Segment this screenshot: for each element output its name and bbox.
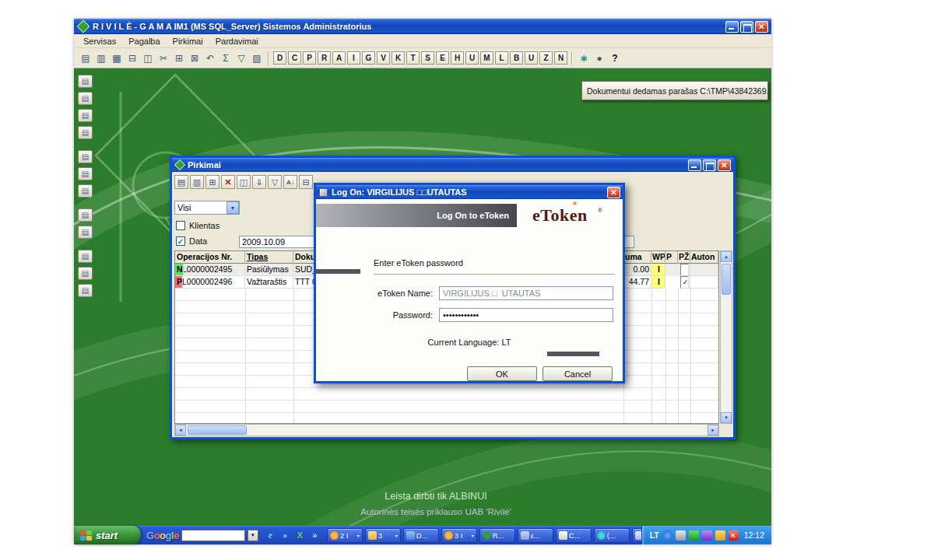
volume-icon[interactable] — [676, 530, 686, 541]
taskbar-task-group[interactable]: 3▾ — [365, 528, 401, 543]
filter-icon[interactable]: ▽ — [234, 51, 248, 65]
new-doc-icon[interactable]: ▤ — [174, 175, 188, 189]
left-toolbar-icon[interactable] — [78, 284, 93, 297]
chevron-down-icon[interactable]: ▼ — [226, 201, 239, 214]
left-toolbar-icon[interactable] — [78, 109, 93, 122]
header-pz[interactable]: PŽ — [678, 251, 690, 264]
header-tipas[interactable]: Tipas — [245, 251, 293, 264]
header-p[interactable]: P — [665, 251, 678, 264]
close-button[interactable] — [755, 21, 768, 33]
letter-button-l[interactable]: L — [495, 51, 508, 65]
copy-icon[interactable]: ◫ — [237, 175, 251, 189]
left-toolbar-icon[interactable] — [78, 92, 93, 105]
internet-explorer-icon[interactable]: e — [265, 529, 276, 541]
minimize-button[interactable] — [725, 21, 739, 33]
delete-icon[interactable]: ✕ — [221, 175, 235, 189]
print-icon[interactable]: ⊟ — [299, 175, 313, 189]
menu-pirkimai[interactable]: Pirkimai — [167, 36, 209, 47]
letter-button-g[interactable]: G — [362, 51, 375, 65]
pz-checkbox[interactable]: ✓ — [680, 276, 689, 289]
scroll-up-icon[interactable]: ▲ — [721, 251, 732, 262]
pirkimai-maximize-button[interactable] — [703, 159, 716, 171]
taskbar-task[interactable]: (... — [594, 528, 630, 543]
export-icon[interactable]: ⇓ — [252, 175, 266, 189]
taskbar-task[interactable]: C... — [556, 528, 592, 543]
open-folder-icon[interactable]: ▥ — [94, 51, 108, 65]
restore-button[interactable] — [740, 21, 753, 33]
letter-button-p[interactable]: P — [303, 51, 316, 65]
save-icon[interactable]: ▦ — [110, 51, 124, 65]
letter-button-b[interactable]: B — [510, 51, 523, 65]
letter-button-e[interactable]: E — [436, 51, 449, 65]
cancel-button[interactable]: Cancel — [542, 366, 613, 381]
sort-icon[interactable]: A↓ — [283, 175, 297, 189]
letter-button-u2[interactable]: U — [525, 51, 538, 65]
view-doc-icon[interactable]: ▥ — [190, 175, 204, 189]
letter-button-k[interactable]: K — [392, 51, 405, 65]
pirkimai-close-button[interactable] — [718, 159, 731, 171]
password-input[interactable] — [439, 308, 613, 322]
star-icon[interactable]: ∗ — [577, 51, 591, 65]
menu-pagalba[interactable]: Pagalba — [122, 36, 166, 47]
preview-icon[interactable]: ◫ — [141, 51, 155, 65]
letter-button-h[interactable]: H — [451, 51, 464, 65]
left-toolbar-icon[interactable] — [78, 250, 93, 263]
start-button[interactable]: start — [74, 526, 141, 544]
scroll-down-icon[interactable]: ▼ — [721, 412, 732, 423]
horizontal-scrollbar[interactable]: ◄ ► — [174, 424, 719, 436]
letter-button-t[interactable]: T — [406, 51, 420, 65]
scroll-left-icon[interactable]: ◄ — [175, 425, 186, 436]
filter-combobox[interactable]: Visi ▼ — [174, 201, 240, 215]
horizontal-scroll-thumb[interactable] — [188, 425, 247, 435]
header-operacijos-nr[interactable]: Operacijos Nr. — [175, 251, 245, 264]
new-doc-icon[interactable]: ▤ — [79, 51, 93, 65]
letter-button-d[interactable]: D — [273, 51, 286, 65]
taskbar-task[interactable]: D... — [403, 528, 439, 543]
letter-button-v[interactable]: V — [377, 51, 390, 65]
etoken-close-button[interactable] — [607, 187, 620, 198]
update-icon[interactable] — [702, 530, 712, 541]
left-toolbar-icon[interactable] — [78, 267, 93, 280]
taskbar-task[interactable]: u... — [632, 528, 641, 543]
menu-servisas[interactable]: Servisas — [77, 36, 122, 47]
letter-button-s[interactable]: S — [421, 51, 434, 65]
help-icon[interactable]: ? — [608, 51, 622, 65]
record-icon[interactable]: ● — [592, 51, 606, 65]
header-suma[interactable]: uma — [623, 251, 651, 264]
media-player-icon[interactable]: ● — [279, 529, 291, 541]
pirkimai-minimize-button[interactable] — [688, 159, 701, 171]
klientas-checkbox[interactable] — [176, 221, 185, 230]
google-search-options-icon[interactable]: ▾ — [248, 530, 258, 541]
taskbar-task-group[interactable]: 2 I▾ — [327, 528, 363, 543]
language-indicator[interactable]: LT — [650, 530, 659, 540]
header-autorizacija[interactable]: Auton — [690, 251, 718, 264]
paste-icon[interactable]: ⊠ — [188, 51, 202, 65]
letter-button-n[interactable]: N — [554, 51, 567, 65]
letter-button-r[interactable]: R — [318, 51, 331, 65]
letter-button-i[interactable]: I — [347, 51, 360, 65]
chart-icon[interactable]: ▧ — [250, 51, 264, 65]
cut-icon[interactable]: ✂ — [156, 51, 170, 65]
ok-button[interactable]: OK — [467, 366, 537, 381]
shield-icon[interactable] — [715, 530, 725, 541]
letter-button-c[interactable]: C — [288, 51, 301, 65]
quick-launch-overflow-icon[interactable]: » — [309, 529, 321, 541]
menu-pardavimai[interactable]: Pardavimai — [209, 36, 265, 47]
left-toolbar-icon[interactable] — [78, 126, 93, 139]
taskbar-task-group[interactable]: 3 I▾ — [441, 528, 477, 543]
undo-icon[interactable]: ↶ — [203, 51, 217, 65]
letter-button-m[interactable]: M — [480, 51, 493, 65]
vertical-scroll-thumb[interactable] — [722, 264, 731, 295]
pz-checkbox[interactable] — [680, 264, 689, 276]
antivirus-icon[interactable]: K — [729, 530, 739, 541]
messenger-icon[interactable] — [689, 530, 699, 541]
left-toolbar-icon[interactable] — [78, 184, 93, 198]
network-icon[interactable] — [662, 530, 672, 541]
left-toolbar-icon[interactable] — [78, 208, 93, 222]
data-checkbox[interactable]: ✓ — [176, 236, 185, 246]
etoken-name-input[interactable] — [439, 286, 613, 300]
taskbar-task[interactable]: ε... — [518, 528, 553, 543]
left-toolbar-icon[interactable] — [78, 150, 93, 163]
taskbar-task[interactable]: R... — [479, 528, 515, 543]
date-input[interactable] — [239, 236, 315, 248]
